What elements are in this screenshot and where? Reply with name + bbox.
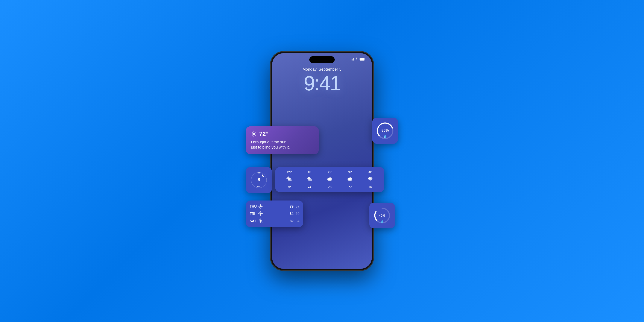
sun-icon [251,131,256,137]
svg-point-49 [260,212,262,215]
wind-widget[interactable]: N 8 NE [246,167,272,193]
svg-line-7 [255,132,256,133]
humidity-small-ring-container: 40% 💧 [373,206,391,224]
svg-line-55 [262,215,262,215]
svg-point-58 [260,220,262,222]
lock-date: Monday, September 5 [272,67,372,72]
hourly-time-0: 12P [279,170,299,174]
phone-screen: Monday, September 5 9:41 [272,53,372,269]
weather-description: I brought out the sun just to blind you … [251,140,314,150]
svg-line-54 [259,212,260,212]
weather-temperature: 72° [259,130,268,138]
daily-row-sat: SAT 82 54 [250,218,300,224]
svg-line-22 [287,177,288,178]
wind-speed: 8 [258,177,260,182]
day-sat-high: 82 [290,219,294,223]
humidity-percent: 80% [382,128,389,133]
hourly-icon-1 [299,176,320,183]
hourly-time-4: 4P [360,170,380,174]
svg-line-56 [262,212,262,212]
svg-point-40 [260,205,262,207]
humidity-small-widget[interactable]: 40% 💧 [369,203,395,228]
svg-point-30 [308,179,312,182]
svg-line-66 [259,222,260,222]
hourly-forecast-widget[interactable]: 12P 1P 2P 3P 4P [275,167,384,192]
svg-line-46 [262,208,262,208]
svg-line-6 [255,135,256,136]
phone-container: Monday, September 5 9:41 [270,52,374,270]
battery-icon [360,58,365,60]
day-fri: FRI [250,212,258,216]
lock-time: 9:41 [272,73,372,94]
status-right [350,58,365,61]
humidity-drop-icon: 💧 [383,134,387,138]
lock-screen-content: Monday, September 5 9:41 [272,67,372,94]
day-sat: SAT [250,219,258,223]
hourly-icon-2 [320,176,340,183]
svg-point-38 [368,177,371,180]
svg-line-63 [259,220,260,220]
svg-line-8 [252,135,252,136]
svg-point-33 [329,177,332,180]
hourly-temp-1: 74 [299,185,320,189]
wind-direction: NE [257,185,260,188]
day-fri-icon [258,211,264,216]
signal-icon [350,58,354,60]
humidity-center: 80% [382,128,389,133]
svg-line-39 [370,180,370,182]
day-thu-high: 79 [290,204,294,208]
day-thu-low: 57 [296,204,300,208]
humidity-ring-container: 80% 💧 [376,121,394,140]
hourly-time-3: 3P [340,170,360,174]
day-fri-high: 84 [290,212,294,216]
day-thu-icon [258,204,264,209]
hourly-temp-3: 77 [340,185,360,189]
humidity-small-drop-icon: 💧 [380,220,384,223]
day-sat-low: 54 [296,219,300,223]
weather-card[interactable]: 72° I brought out the sun just to blind … [246,126,319,154]
svg-point-24 [288,179,292,181]
hourly-temps-row: 72 74 76 77 75 [279,185,380,189]
day-sat-icon [258,218,264,224]
humidity-small-percent: 40% [379,214,385,217]
humidity-small-center: 40% [379,214,385,217]
hourly-icon-4 [360,176,380,183]
hourly-times-row: 12P 1P 2P 3P 4P [279,170,380,174]
svg-line-64 [262,222,262,222]
phone-shell: Monday, September 5 9:41 [270,52,374,270]
daily-forecast-widget[interactable]: THU 79 57 FRI [246,200,303,227]
dynamic-island [309,56,335,63]
svg-marker-16 [262,174,264,177]
compass-arrow [262,174,264,177]
humidity-widget[interactable]: 80% 💧 [372,118,398,144]
svg-line-45 [259,205,260,205]
svg-line-57 [259,215,260,215]
svg-line-47 [262,205,262,205]
wifi-icon [355,58,358,61]
daily-row-fri: FRI 84 60 [250,211,300,216]
hourly-temp-2: 76 [320,185,340,189]
svg-line-48 [259,208,260,208]
weather-temp-row: 72° [251,130,314,138]
day-fri-low: 60 [296,212,300,216]
hourly-icon-0 [279,176,299,183]
compass-container: N 8 NE [250,171,268,190]
hourly-icons-row [279,176,380,183]
svg-point-36 [349,177,352,180]
hourly-time-2: 2P [320,170,340,174]
hourly-icon-3 [340,176,360,183]
hourly-temp-0: 72 [279,185,299,189]
day-thu: THU [250,204,258,208]
daily-row-thu: THU 79 57 [250,204,300,209]
hourly-time-1: 1P [299,170,320,174]
hourly-temp-4: 75 [360,185,380,189]
svg-line-65 [262,220,262,220]
svg-point-0 [252,133,255,135]
compass-north: N [258,172,260,174]
svg-line-5 [252,132,252,133]
